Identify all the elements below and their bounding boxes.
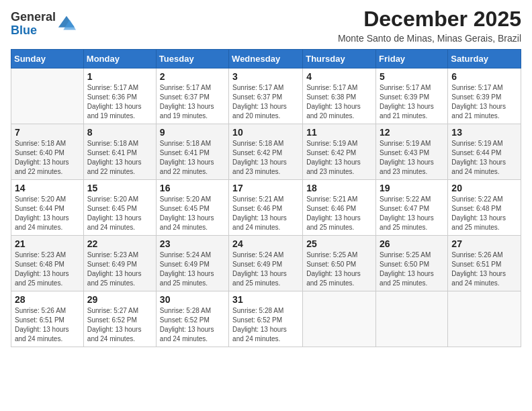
day-info: Sunrise: 5:19 AM Sunset: 6:44 PM Dayligh… (451, 139, 517, 177)
calendar-cell: 14Sunrise: 5:20 AM Sunset: 6:44 PM Dayli… (11, 180, 84, 236)
day-info: Sunrise: 5:28 AM Sunset: 6:52 PM Dayligh… (160, 306, 225, 344)
day-number: 25 (306, 238, 372, 249)
logo-blue: Blue (11, 24, 37, 37)
calendar-cell (376, 291, 448, 347)
logo-general: General (11, 10, 56, 24)
calendar-week-row: 28Sunrise: 5:26 AM Sunset: 6:51 PM Dayli… (11, 291, 521, 347)
day-info: Sunrise: 5:17 AM Sunset: 6:39 PM Dayligh… (451, 83, 517, 121)
calendar-week-row: 7Sunrise: 5:18 AM Sunset: 6:40 PM Daylig… (11, 124, 521, 180)
calendar-cell: 4Sunrise: 5:17 AM Sunset: 6:38 PM Daylig… (303, 68, 376, 124)
day-number: 15 (87, 183, 152, 193)
day-number: 2 (160, 71, 225, 82)
calendar-cell (11, 68, 84, 124)
calendar-week-row: 21Sunrise: 5:23 AM Sunset: 6:48 PM Dayli… (11, 236, 521, 291)
day-info: Sunrise: 5:17 AM Sunset: 6:36 PM Dayligh… (87, 83, 152, 121)
calendar-cell: 23Sunrise: 5:24 AM Sunset: 6:49 PM Dayli… (156, 236, 228, 291)
calendar-cell: 5Sunrise: 5:17 AM Sunset: 6:39 PM Daylig… (376, 68, 448, 124)
calendar-cell: 7Sunrise: 5:18 AM Sunset: 6:40 PM Daylig… (11, 124, 84, 180)
day-info: Sunrise: 5:18 AM Sunset: 6:41 PM Dayligh… (87, 139, 152, 177)
day-number: 21 (15, 238, 80, 249)
day-info: Sunrise: 5:23 AM Sunset: 6:48 PM Dayligh… (15, 250, 80, 288)
day-number: 16 (160, 183, 225, 193)
title-area: December 2025 Monte Santo de Minas, Mina… (338, 7, 521, 44)
calendar-cell: 26Sunrise: 5:25 AM Sunset: 6:50 PM Dayli… (376, 236, 448, 291)
calendar-cell: 30Sunrise: 5:28 AM Sunset: 6:52 PM Dayli… (156, 291, 228, 347)
day-info: Sunrise: 5:18 AM Sunset: 6:41 PM Dayligh… (160, 139, 225, 177)
day-number: 5 (380, 71, 444, 82)
calendar-cell: 3Sunrise: 5:17 AM Sunset: 6:37 PM Daylig… (229, 68, 303, 124)
day-info: Sunrise: 5:18 AM Sunset: 6:42 PM Dayligh… (232, 139, 299, 177)
month-year: December 2025 (338, 7, 521, 32)
calendar-week-row: 1Sunrise: 5:17 AM Sunset: 6:36 PM Daylig… (11, 68, 521, 124)
calendar-cell: 16Sunrise: 5:20 AM Sunset: 6:45 PM Dayli… (156, 180, 228, 236)
calendar-table: SundayMondayTuesdayWednesdayThursdayFrid… (11, 49, 521, 347)
calendar-cell: 6Sunrise: 5:17 AM Sunset: 6:39 PM Daylig… (448, 68, 521, 124)
day-info: Sunrise: 5:17 AM Sunset: 6:39 PM Dayligh… (380, 83, 444, 121)
calendar-cell: 19Sunrise: 5:22 AM Sunset: 6:47 PM Dayli… (376, 180, 448, 236)
calendar-cell: 27Sunrise: 5:26 AM Sunset: 6:51 PM Dayli… (448, 236, 521, 291)
day-number: 13 (451, 127, 517, 138)
calendar-cell (303, 291, 376, 347)
day-info: Sunrise: 5:24 AM Sunset: 6:49 PM Dayligh… (160, 250, 225, 288)
day-info: Sunrise: 5:20 AM Sunset: 6:44 PM Dayligh… (15, 195, 80, 232)
day-info: Sunrise: 5:22 AM Sunset: 6:47 PM Dayligh… (380, 195, 444, 232)
day-info: Sunrise: 5:23 AM Sunset: 6:49 PM Dayligh… (87, 250, 152, 288)
calendar-cell: 9Sunrise: 5:18 AM Sunset: 6:41 PM Daylig… (156, 124, 228, 180)
day-info: Sunrise: 5:21 AM Sunset: 6:46 PM Dayligh… (306, 195, 372, 232)
day-info: Sunrise: 5:20 AM Sunset: 6:45 PM Dayligh… (87, 195, 152, 232)
day-number: 1 (87, 71, 152, 82)
calendar-cell: 20Sunrise: 5:22 AM Sunset: 6:48 PM Dayli… (448, 180, 521, 236)
calendar-week-row: 14Sunrise: 5:20 AM Sunset: 6:44 PM Dayli… (11, 180, 521, 236)
calendar-cell: 12Sunrise: 5:19 AM Sunset: 6:43 PM Dayli… (376, 124, 448, 180)
day-header-wednesday: Wednesday (229, 50, 303, 68)
day-header-saturday: Saturday (448, 50, 521, 68)
day-number: 22 (87, 238, 152, 249)
calendar-header-row: SundayMondayTuesdayWednesdayThursdayFrid… (11, 50, 521, 68)
day-header-monday: Monday (83, 50, 156, 68)
day-number: 19 (380, 183, 444, 193)
logo-icon (57, 15, 76, 34)
day-info: Sunrise: 5:18 AM Sunset: 6:40 PM Dayligh… (15, 139, 80, 177)
day-info: Sunrise: 5:17 AM Sunset: 6:37 PM Dayligh… (160, 83, 225, 121)
day-number: 9 (160, 127, 225, 138)
calendar-cell (448, 291, 521, 347)
calendar-cell: 28Sunrise: 5:26 AM Sunset: 6:51 PM Dayli… (11, 291, 84, 347)
day-header-thursday: Thursday (303, 50, 376, 68)
day-number: 12 (380, 127, 444, 138)
day-info: Sunrise: 5:26 AM Sunset: 6:51 PM Dayligh… (15, 306, 80, 344)
day-number: 28 (15, 294, 80, 305)
day-number: 30 (160, 294, 225, 305)
day-info: Sunrise: 5:19 AM Sunset: 6:43 PM Dayligh… (380, 139, 444, 177)
calendar-cell: 24Sunrise: 5:24 AM Sunset: 6:49 PM Dayli… (229, 236, 303, 291)
calendar-cell: 10Sunrise: 5:18 AM Sunset: 6:42 PM Dayli… (229, 124, 303, 180)
calendar-cell: 25Sunrise: 5:25 AM Sunset: 6:50 PM Dayli… (303, 236, 376, 291)
day-number: 20 (451, 183, 517, 193)
calendar-cell: 13Sunrise: 5:19 AM Sunset: 6:44 PM Dayli… (448, 124, 521, 180)
calendar-cell: 31Sunrise: 5:28 AM Sunset: 6:52 PM Dayli… (229, 291, 303, 347)
day-number: 29 (87, 294, 152, 305)
day-number: 24 (232, 238, 299, 249)
day-number: 27 (451, 238, 517, 249)
header: General Blue December 2025 Monte Santo d… (11, 7, 521, 44)
calendar-cell: 15Sunrise: 5:20 AM Sunset: 6:45 PM Dayli… (83, 180, 156, 236)
day-info: Sunrise: 5:17 AM Sunset: 6:37 PM Dayligh… (232, 83, 299, 121)
day-number: 8 (87, 127, 152, 138)
day-number: 23 (160, 238, 225, 249)
calendar-cell: 21Sunrise: 5:23 AM Sunset: 6:48 PM Dayli… (11, 236, 84, 291)
day-info: Sunrise: 5:25 AM Sunset: 6:50 PM Dayligh… (306, 250, 372, 288)
day-number: 3 (232, 71, 299, 82)
calendar-cell: 8Sunrise: 5:18 AM Sunset: 6:41 PM Daylig… (83, 124, 156, 180)
day-info: Sunrise: 5:20 AM Sunset: 6:45 PM Dayligh… (160, 195, 225, 232)
day-header-friday: Friday (376, 50, 448, 68)
day-header-tuesday: Tuesday (156, 50, 228, 68)
calendar-cell: 2Sunrise: 5:17 AM Sunset: 6:37 PM Daylig… (156, 68, 228, 124)
calendar-cell: 22Sunrise: 5:23 AM Sunset: 6:49 PM Dayli… (83, 236, 156, 291)
day-number: 6 (451, 71, 517, 82)
day-info: Sunrise: 5:24 AM Sunset: 6:49 PM Dayligh… (232, 250, 299, 288)
day-number: 18 (306, 183, 372, 193)
day-number: 4 (306, 71, 372, 82)
location: Monte Santo de Minas, Minas Gerais, Braz… (338, 33, 521, 44)
day-number: 26 (380, 238, 444, 249)
day-number: 17 (232, 183, 299, 193)
day-number: 11 (306, 127, 372, 138)
